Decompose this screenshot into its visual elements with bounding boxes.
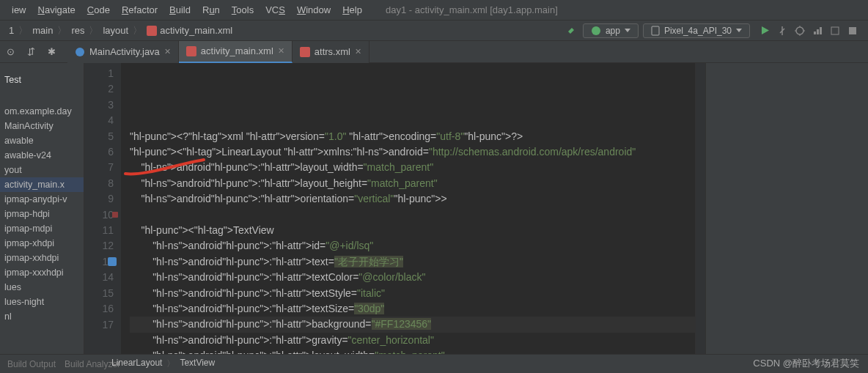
close-icon[interactable]: ✕ bbox=[164, 47, 171, 56]
error-stripe[interactable] bbox=[695, 63, 705, 354]
project-tool-window[interactable]: Test om.example.dayMainActivityawableawa… bbox=[0, 63, 84, 354]
project-node[interactable]: nl bbox=[0, 309, 84, 324]
chevron-right-icon: 〉 bbox=[18, 24, 28, 37]
menu-window[interactable]: Window bbox=[291, 4, 336, 15]
tab-label: activity_main.xml bbox=[201, 45, 273, 56]
code-line[interactable]: "hl-punc"><"hl-tag">LinearLayout "hl-att… bbox=[130, 144, 695, 160]
breadcrumb-label: activity_main.xml bbox=[160, 25, 232, 36]
svg-rect-4 bbox=[814, 32, 816, 34]
code-line[interactable]: "hl-ns">android"hl-punc">:"hl-attr">layo… bbox=[130, 176, 695, 191]
project-node[interactable]: ipmap-anydpi-v bbox=[0, 192, 84, 207]
project-node[interactable]: yout bbox=[0, 163, 84, 177]
build-hammer-icon[interactable] bbox=[567, 25, 578, 37]
code-line[interactable]: "hl-ns">android"hl-punc">:"hl-attr">grav… bbox=[130, 333, 695, 348]
svg-rect-10 bbox=[186, 46, 196, 56]
line-gutter[interactable]: 1234567891011121314151617 bbox=[84, 63, 121, 354]
menu-refactor[interactable]: Refactor bbox=[116, 4, 163, 15]
code-line[interactable]: "hl-ns">android"hl-punc">:"hl-attr">text… bbox=[130, 270, 695, 285]
attach-debugger-icon[interactable] bbox=[830, 26, 840, 36]
svg-point-3 bbox=[796, 27, 803, 34]
chevron-right-icon: 〉 bbox=[166, 358, 175, 370]
menu-bar: iew Navigate Code Refactor Build Run Too… bbox=[0, 0, 868, 21]
code-line[interactable]: "hl-ns">android"hl-punc">:"hl-attr">orie… bbox=[130, 191, 695, 207]
project-node[interactable]: ipmap-xhdpi bbox=[0, 236, 84, 251]
svg-rect-11 bbox=[300, 47, 310, 57]
expand-all-icon[interactable]: ⇵ bbox=[21, 43, 41, 62]
stop-icon[interactable] bbox=[847, 26, 858, 36]
menu-view[interactable]: iew bbox=[6, 4, 32, 15]
tab-activity-main[interactable]: activity_main.xml ✕ bbox=[179, 41, 293, 63]
menu-build[interactable]: Build bbox=[163, 4, 196, 15]
project-node[interactable]: ipmap-mdpi bbox=[0, 221, 84, 236]
code-line[interactable]: "hl-ns">android"hl-punc">:"hl-attr">layo… bbox=[130, 160, 695, 175]
chevron-right-icon: 〉 bbox=[57, 24, 67, 37]
menu-tools[interactable]: Tools bbox=[226, 4, 260, 15]
status-bar: Build Output Build Analyzer LinearLayout… bbox=[0, 354, 868, 373]
menu-vcs[interactable]: VCS bbox=[260, 4, 291, 15]
structure-breadcrumb-item[interactable]: TextView bbox=[175, 358, 219, 370]
svg-rect-2 bbox=[652, 26, 659, 35]
java-file-icon bbox=[75, 47, 85, 57]
code-line[interactable]: "hl-ns">android"hl-punc">:"hl-attr">id="… bbox=[130, 238, 695, 254]
svg-rect-8 bbox=[849, 27, 856, 34]
structure-header: Test bbox=[0, 70, 84, 89]
phone-icon bbox=[651, 26, 660, 36]
project-node[interactable]: ipmap-hdpi bbox=[0, 207, 84, 221]
project-node[interactable]: awable bbox=[0, 133, 84, 148]
project-node[interactable]: om.example.day bbox=[0, 104, 84, 119]
debug-icon[interactable] bbox=[795, 26, 805, 36]
close-icon[interactable]: ✕ bbox=[355, 47, 361, 56]
run-icon[interactable] bbox=[760, 26, 770, 35]
profiler-icon[interactable] bbox=[812, 26, 823, 36]
window-title: day1 - activity_main.xml [day1.app.main] bbox=[386, 4, 558, 15]
code-line[interactable]: "hl-ns">android"hl-punc">:"hl-attr">back… bbox=[130, 317, 695, 332]
code-line[interactable]: "hl-punc"><"hl-tag">TextView bbox=[130, 223, 695, 238]
svg-rect-0 bbox=[147, 26, 157, 36]
chevron-right-icon: 〉 bbox=[89, 24, 98, 37]
tab-label: attrs.xml bbox=[315, 46, 350, 57]
breadcrumb-item[interactable]: activity_main.xml bbox=[142, 25, 237, 36]
project-node[interactable]: lues-night bbox=[0, 295, 84, 309]
code-line[interactable]: "hl-punc"><?"hl-tag">xml "hl-attr">versi… bbox=[130, 129, 695, 144]
tab-mainactivity[interactable]: MainActivity.java ✕ bbox=[67, 41, 179, 63]
navigation-bar: 1〉 main〉 res〉 layout〉 activity_main.xml … bbox=[0, 21, 868, 41]
project-node[interactable]: ipmap-xxhdpi bbox=[0, 251, 84, 265]
breadcrumb-item[interactable]: layout bbox=[98, 25, 133, 36]
menu-help[interactable]: Help bbox=[336, 4, 368, 15]
code-area[interactable]: "hl-punc"><?"hl-tag">xml "hl-attr">versi… bbox=[121, 63, 695, 354]
tab-attrs[interactable]: attrs.xml ✕ bbox=[293, 41, 369, 63]
bottom-tab-build-output[interactable]: Build Output bbox=[7, 359, 56, 369]
breadcrumb-item[interactable]: res bbox=[67, 25, 89, 36]
settings-gear-icon[interactable]: ✱ bbox=[41, 43, 62, 62]
run-config-selector[interactable]: app bbox=[583, 23, 639, 38]
select-opened-file-icon[interactable]: ⊙ bbox=[0, 43, 21, 62]
editor-toolbar: ⊙ ⇵ ✱ MainActivity.java ✕ activity_main.… bbox=[0, 41, 868, 63]
apply-changes-icon[interactable] bbox=[777, 26, 787, 36]
project-node[interactable]: MainActivity bbox=[0, 119, 84, 133]
menu-run[interactable]: Run bbox=[196, 4, 226, 15]
right-panel bbox=[705, 63, 868, 354]
code-line[interactable]: "hl-ns">android"hl-punc">:"hl-attr">text… bbox=[130, 254, 695, 270]
chevron-right-icon: 〉 bbox=[133, 24, 142, 37]
svg-point-1 bbox=[592, 26, 600, 35]
code-line[interactable]: "hl-ns">android"hl-punc">:"hl-attr">text… bbox=[130, 286, 695, 301]
project-node[interactable]: ipmap-xxxhdpi bbox=[0, 265, 84, 280]
code-line[interactable]: "hl-ns">android"hl-punc">:"hl-attr">text… bbox=[130, 301, 695, 317]
menu-code[interactable]: Code bbox=[81, 4, 116, 15]
svg-rect-5 bbox=[817, 29, 819, 34]
code-line[interactable] bbox=[130, 207, 695, 223]
menu-navigate[interactable]: Navigate bbox=[32, 4, 81, 15]
xml-file-icon bbox=[300, 47, 310, 57]
project-node[interactable]: lues bbox=[0, 280, 84, 295]
chevron-down-icon bbox=[736, 29, 742, 32]
project-node[interactable]: activity_main.x bbox=[0, 177, 84, 192]
structure-breadcrumb-item[interactable]: LinearLayout bbox=[107, 358, 166, 370]
breadcrumb-item[interactable]: 1 bbox=[4, 25, 18, 36]
breadcrumb-item[interactable]: main bbox=[28, 25, 57, 36]
device-selector[interactable]: Pixel_4a_API_30 bbox=[643, 23, 750, 38]
project-node[interactable]: awable-v24 bbox=[0, 148, 84, 163]
xml-file-icon bbox=[186, 46, 196, 56]
close-icon[interactable]: ✕ bbox=[278, 46, 284, 56]
xml-file-icon bbox=[147, 26, 157, 36]
code-editor[interactable]: 1234567891011121314151617 "hl-punc"><?"h… bbox=[84, 63, 705, 354]
